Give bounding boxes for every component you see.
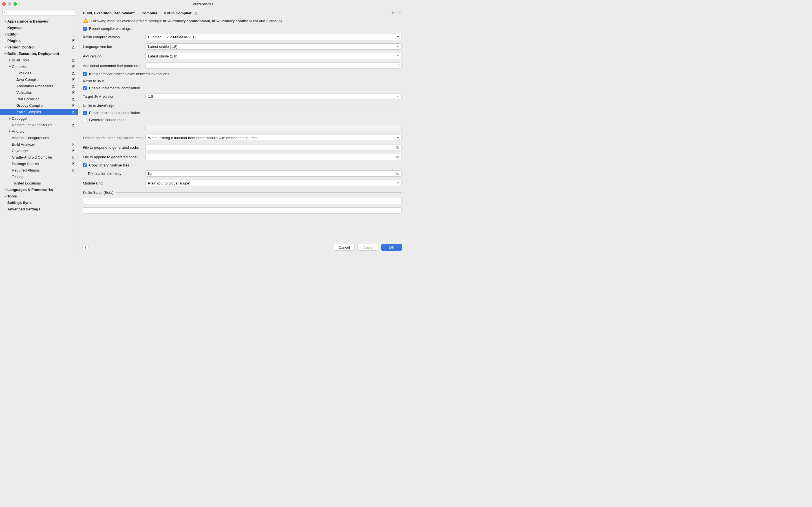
sidebar-item[interactable]: Build Tools: [0, 57, 78, 63]
sidebar-item[interactable]: Remote Jar Repositories: [0, 122, 78, 128]
copy-runtime-label: Copy library runtime files: [89, 163, 130, 167]
embed-select[interactable]: When inlining a function from other modu…: [146, 135, 402, 141]
sidebar-item[interactable]: Package Search: [0, 161, 78, 167]
help-button[interactable]: ?: [82, 244, 89, 250]
sidebar-item[interactable]: Editor: [0, 31, 78, 38]
sidebar-item[interactable]: Tools: [0, 193, 78, 200]
breadcrumb-item: Kotlin Compiler: [164, 11, 192, 15]
sidebar-item[interactable]: Kotlin Compiler: [0, 109, 78, 115]
svg-rect-40: [86, 20, 86, 21]
sidebar-item[interactable]: Build, Execution, Deployment: [0, 50, 78, 57]
sidebar-item[interactable]: Validation: [0, 89, 78, 96]
sidebar-item[interactable]: Appearance & Behavior: [0, 18, 78, 24]
sidebar-item[interactable]: Settings Sync: [0, 200, 78, 206]
window-zoom-button[interactable]: [13, 2, 17, 6]
sidebar-item[interactable]: Groovy Compiler: [0, 102, 78, 109]
folder-icon[interactable]: [396, 172, 400, 175]
settings-tree[interactable]: Appearance & BehaviorKeymapEditorPlugins…: [0, 17, 78, 253]
compiler-version-select[interactable]: Bundled (1.7.20-release-201): [146, 34, 402, 40]
sidebar-item[interactable]: Version Control: [0, 44, 78, 50]
svg-rect-25: [73, 124, 74, 125]
language-version-select[interactable]: Latest stable (1.8): [146, 43, 402, 50]
sidebar-item-label: Android: [12, 129, 24, 133]
sidebar-item[interactable]: Coverage: [0, 148, 78, 154]
report-warnings-checkbox[interactable]: [83, 27, 87, 31]
folder-icon[interactable]: [396, 155, 400, 159]
breadcrumb-item[interactable]: Build, Execution, Deployment: [83, 11, 135, 15]
sidebar-item[interactable]: Java Compiler: [0, 76, 78, 83]
svg-rect-15: [73, 86, 74, 86]
api-version-select[interactable]: Latest stable (1.8): [146, 53, 402, 59]
additional-params-input[interactable]: [146, 62, 402, 69]
sidebar-item[interactable]: RMI Compiler: [0, 96, 78, 102]
svg-rect-23: [73, 111, 74, 112]
project-level-icon: [72, 59, 75, 62]
nav-back-icon[interactable]: [391, 11, 395, 15]
script-section-title: Kotlin Script (Beta): [83, 190, 113, 194]
tree-arrow-icon[interactable]: [4, 195, 7, 198]
svg-rect-5: [73, 47, 74, 47]
target-jvm-select[interactable]: 1.8: [146, 93, 402, 100]
breadcrumb-item[interactable]: Compiler: [142, 11, 157, 15]
script-input-2[interactable]: [83, 207, 402, 214]
tree-arrow-icon[interactable]: [4, 46, 7, 48]
dest-dir-input[interactable]: lib: [146, 170, 402, 177]
window-close-button[interactable]: [2, 2, 6, 6]
tree-arrow-icon[interactable]: [8, 130, 11, 133]
sidebar-item[interactable]: Android: [0, 128, 78, 135]
sidebar-item[interactable]: Testing: [0, 173, 78, 180]
api-version-label: API version: [83, 54, 146, 58]
project-level-icon: [72, 91, 75, 94]
script-input-1[interactable]: [83, 198, 402, 204]
tree-arrow-icon[interactable]: [4, 20, 7, 22]
module-kind-select[interactable]: Plain (put to global scope): [146, 180, 402, 186]
sidebar-item[interactable]: Excludes: [0, 70, 78, 76]
copy-runtime-checkbox[interactable]: [83, 163, 87, 167]
svg-rect-9: [73, 66, 74, 67]
jvm-incremental-checkbox[interactable]: [83, 86, 87, 90]
sidebar-item[interactable]: Compiler: [0, 63, 78, 70]
prepend-input[interactable]: [146, 144, 402, 151]
tree-arrow-icon[interactable]: [4, 189, 7, 191]
sidebar-item[interactable]: Build Analyzer: [0, 141, 78, 148]
sidebar-item-label: Settings Sync: [7, 201, 32, 205]
tree-arrow-icon[interactable]: [8, 59, 11, 61]
sidebar-item[interactable]: Debugger: [0, 115, 78, 122]
sidebar-item[interactable]: Annotation Processors: [0, 83, 78, 89]
tree-arrow-icon[interactable]: [8, 117, 11, 120]
project-level-icon: [72, 40, 75, 42]
keep-alive-checkbox[interactable]: [83, 72, 87, 76]
sidebar-item-label: Groovy Compiler: [16, 103, 44, 108]
append-input[interactable]: [146, 154, 402, 160]
apply-button: Apply: [357, 244, 378, 251]
sidebar-item[interactable]: Advanced Settings: [0, 206, 78, 212]
svg-rect-41: [86, 21, 86, 22]
search-input[interactable]: [2, 10, 76, 16]
sidebar-item-label: Version Control: [7, 45, 35, 49]
chevron-right-icon: ›: [137, 11, 139, 15]
js-incremental-checkbox[interactable]: [83, 111, 87, 115]
tree-arrow-icon[interactable]: [4, 33, 7, 36]
sidebar-item[interactable]: Gradle-Android Compiler: [0, 154, 78, 161]
folder-icon[interactable]: [396, 146, 400, 149]
js-section-title: Kotlin to JavaScript: [83, 104, 114, 108]
chevron-right-icon: ›: [160, 11, 161, 15]
sidebar-item-label: Android Configurations: [12, 136, 49, 140]
svg-line-1: [6, 13, 7, 13]
js-sourcemaps-checkbox[interactable]: [83, 118, 87, 122]
sidebar-item-label: Coverage: [12, 149, 28, 153]
cancel-button[interactable]: Cancel: [334, 244, 355, 251]
sidebar-item[interactable]: Languages & Frameworks: [0, 186, 78, 193]
tree-arrow-icon[interactable]: [4, 53, 7, 55]
ok-button[interactable]: OK: [381, 244, 402, 251]
expand-icon[interactable]: [397, 64, 400, 67]
sidebar-item[interactable]: Keymap: [0, 24, 78, 31]
sidebar-item[interactable]: Trusted Locations: [0, 180, 78, 186]
sidebar-item-label: Keymap: [7, 25, 22, 30]
sidebar: Appearance & BehaviorKeymapEditorPlugins…: [0, 8, 79, 253]
tree-arrow-icon[interactable]: [8, 66, 11, 68]
project-level-icon: [195, 12, 198, 15]
sidebar-item[interactable]: Required Plugins: [0, 167, 78, 173]
sidebar-item[interactable]: Android Configurations: [0, 135, 78, 141]
sidebar-item[interactable]: Plugins: [0, 38, 78, 44]
